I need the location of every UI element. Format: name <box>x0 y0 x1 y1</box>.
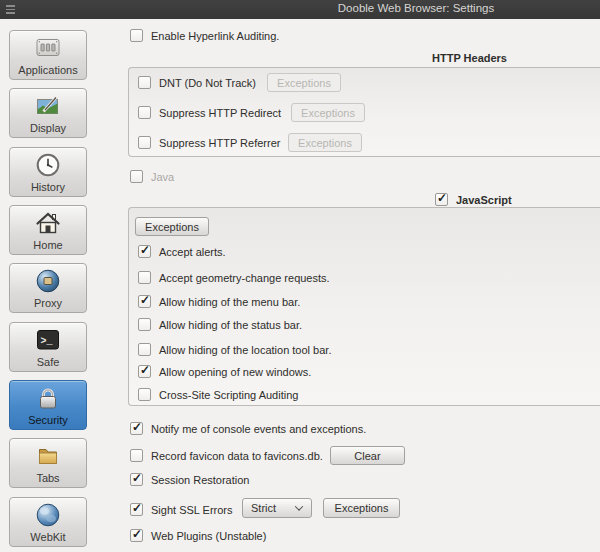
sidebar-item-home[interactable]: Home <box>9 205 87 255</box>
checkbox-row-ssl-errors[interactable]: Sight SSL Errors <box>130 503 233 516</box>
checkbox-row-enable-hyperlink-auditing[interactable]: Enable Hyperlink Auditing. <box>130 29 279 42</box>
titlebar: Dooble Web Browser: Settings <box>0 0 600 19</box>
ssl-errors-dropdown[interactable]: Strict <box>242 498 312 518</box>
sidebar-item-webkit[interactable]: WebKit <box>9 497 87 547</box>
web-plugins-label: Web Plugins (Unstable) <box>151 530 266 542</box>
checkbox-row-allow-hiding-status-bar[interactable]: Allow hiding of the status bar. <box>138 318 302 331</box>
sidebar-item-label: WebKit <box>30 531 65 546</box>
ssl-errors-checkbox[interactable] <box>130 503 143 516</box>
session-restoration-checkbox[interactable] <box>130 473 143 486</box>
allow-opening-new-windows-label: Allow opening of new windows. <box>159 366 311 378</box>
ssl-errors-exceptions-button[interactable]: Exceptions <box>323 498 400 518</box>
sidebar-item-label: Security <box>28 414 68 429</box>
sidebar-item-display[interactable]: Display <box>9 88 87 138</box>
suppress-http-referrer-label: Suppress HTTP Referrer <box>159 137 280 149</box>
webkit-globe-icon <box>10 501 86 529</box>
checkbox-row-accept-alerts[interactable]: Accept alerts. <box>138 245 226 258</box>
sidebar-item-label: Tabs <box>36 472 59 487</box>
dnt-label: DNT (Do Not Track) <box>159 77 256 89</box>
allow-hiding-location-tool-bar-checkbox[interactable] <box>138 343 151 356</box>
sidebar-item-proxy[interactable]: Proxy <box>9 263 87 313</box>
proxy-orb-icon <box>10 267 86 295</box>
notify-console-checkbox[interactable] <box>130 422 143 435</box>
suppress-http-redirect-label: Suppress HTTP Redirect <box>159 107 281 119</box>
checkbox-row-notify-console[interactable]: Notify me of console events and exceptio… <box>130 422 366 435</box>
allow-hiding-status-bar-checkbox[interactable] <box>138 318 151 331</box>
checkbox-row-javascript[interactable]: JavaScript <box>435 193 512 206</box>
sidebar-item-label: Safe <box>37 356 60 371</box>
checkbox-row-suppress-http-referrer[interactable]: Suppress HTTP Referrer <box>138 136 280 149</box>
suppress-http-redirect-checkbox[interactable] <box>138 106 151 119</box>
notify-console-label: Notify me of console events and exceptio… <box>151 423 366 435</box>
home-icon <box>10 209 86 237</box>
checkbox-row-web-plugins[interactable]: Web Plugins (Unstable) <box>130 529 266 542</box>
sidebar-item-security[interactable]: Security <box>9 380 87 430</box>
dnt-checkbox[interactable] <box>138 76 151 89</box>
suppress-http-referrer-checkbox[interactable] <box>138 136 151 149</box>
ssl-errors-dropdown-value: Strict <box>251 502 276 514</box>
clear-favicons-button[interactable]: Clear <box>330 446 405 465</box>
menu-icon[interactable] <box>6 5 15 14</box>
checkbox-row-dnt[interactable]: DNT (Do Not Track) <box>138 76 256 89</box>
allow-hiding-menu-bar-label: Allow hiding of the menu bar. <box>159 296 300 308</box>
http-headers-title: HTTP Headers <box>432 52 507 64</box>
safe-terminal-icon: >_ <box>10 326 86 354</box>
record-favicon-checkbox[interactable] <box>130 449 143 462</box>
checkbox-row-suppress-http-redirect[interactable]: Suppress HTTP Redirect <box>138 106 281 119</box>
allow-hiding-status-bar-label: Allow hiding of the status bar. <box>159 319 302 331</box>
settings-window: Dooble Web Browser: Settings Application… <box>0 0 600 552</box>
checkbox-row-xss-auditing[interactable]: Cross-Site Scripting Auditing <box>138 388 298 401</box>
allow-hiding-menu-bar-checkbox[interactable] <box>138 295 151 308</box>
svg-text:>_: >_ <box>41 336 54 347</box>
web-plugins-checkbox[interactable] <box>130 529 143 542</box>
accept-alerts-checkbox[interactable] <box>138 245 151 258</box>
tabs-folder-icon <box>10 442 86 470</box>
record-favicon-label: Record favicon data to favicons.db. <box>151 450 323 462</box>
checkbox-row-java: Java <box>130 170 174 183</box>
sidebar-item-applications[interactable]: Applications <box>9 30 87 80</box>
sidebar-item-label: Applications <box>18 64 77 79</box>
javascript-exceptions-button[interactable]: Exceptions <box>135 217 209 236</box>
enable-hyperlink-auditing-label: Enable Hyperlink Auditing. <box>151 30 279 42</box>
applications-icon <box>10 34 86 62</box>
sidebar-item-tabs[interactable]: Tabs <box>9 438 87 488</box>
chevron-down-icon <box>295 502 303 510</box>
checkbox-row-accept-geometry-change[interactable]: Accept geometry-change requests. <box>138 271 330 284</box>
sidebar-item-safe[interactable]: >_ Safe <box>9 322 87 372</box>
accept-alerts-label: Accept alerts. <box>159 246 226 258</box>
sidebar-item-label: Proxy <box>34 297 62 312</box>
checkbox-row-allow-hiding-menu-bar[interactable]: Allow hiding of the menu bar. <box>138 295 300 308</box>
suppress-http-redirect-exceptions-button[interactable]: Exceptions <box>291 103 365 122</box>
xss-auditing-checkbox[interactable] <box>138 388 151 401</box>
allow-opening-new-windows-checkbox[interactable] <box>138 365 151 378</box>
sidebar-item-history[interactable]: History <box>9 147 87 197</box>
java-label: Java <box>151 171 174 183</box>
ssl-errors-label: Sight SSL Errors <box>151 504 233 516</box>
security-lock-icon <box>10 384 86 412</box>
checkbox-row-allow-opening-new-windows[interactable]: Allow opening of new windows. <box>138 365 311 378</box>
accept-geometry-change-label: Accept geometry-change requests. <box>159 272 330 284</box>
java-checkbox <box>130 170 143 183</box>
window-title: Dooble Web Browser: Settings <box>338 2 494 14</box>
javascript-title: JavaScript <box>456 194 512 206</box>
sidebar-item-label: History <box>31 181 65 196</box>
checkbox-row-session-restoration[interactable]: Session Restoration <box>130 473 249 486</box>
checkbox-row-record-favicon[interactable]: Record favicon data to favicons.db. <box>130 449 323 462</box>
sidebar-item-label: Display <box>30 122 66 137</box>
session-restoration-label: Session Restoration <box>151 474 249 486</box>
dnt-exceptions-button[interactable]: Exceptions <box>267 73 341 92</box>
accept-geometry-change-checkbox[interactable] <box>138 271 151 284</box>
suppress-http-referrer-exceptions-button[interactable]: Exceptions <box>288 133 362 152</box>
sidebar-item-label: Home <box>33 239 62 254</box>
history-clock-icon <box>10 151 86 179</box>
checkbox-row-allow-hiding-location-tool-bar[interactable]: Allow hiding of the location tool bar. <box>138 343 331 356</box>
javascript-checkbox[interactable] <box>435 193 448 206</box>
enable-hyperlink-auditing-checkbox[interactable] <box>130 29 143 42</box>
allow-hiding-location-tool-bar-label: Allow hiding of the location tool bar. <box>159 344 331 356</box>
xss-auditing-label: Cross-Site Scripting Auditing <box>159 389 298 401</box>
display-icon <box>10 92 86 120</box>
